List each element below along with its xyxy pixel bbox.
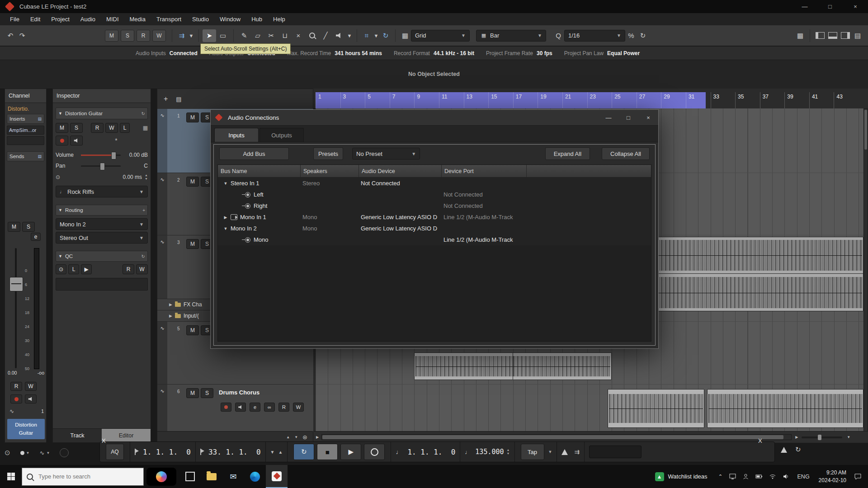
track6-freeze-button[interactable]: ∞ bbox=[264, 403, 275, 412]
right-zone-toggle[interactable] bbox=[841, 32, 850, 39]
auto-scroll-settings-dropdown[interactable]: ▼ bbox=[188, 29, 195, 42]
tap-tempo-button[interactable]: Tap bbox=[521, 444, 544, 460]
zoom-slider-handle[interactable] bbox=[818, 435, 821, 440]
object-selection-tool[interactable]: ➤ bbox=[203, 29, 216, 42]
track2-mute-button[interactable]: M bbox=[186, 177, 199, 187]
midi-activity-icon[interactable] bbox=[60, 448, 69, 457]
routing-section-header[interactable]: ▼ Routing + bbox=[56, 205, 148, 216]
scroll-up-icon[interactable]: ▲ bbox=[286, 435, 290, 439]
tab-track[interactable]: Track bbox=[53, 429, 102, 442]
inspector-listen-button[interactable]: L bbox=[120, 123, 130, 133]
folder-expand-icon[interactable]: ▶ bbox=[169, 314, 172, 318]
sends-section[interactable]: Sends ▤ bbox=[7, 151, 44, 161]
channel-fader-handle[interactable] bbox=[9, 277, 23, 291]
horizontal-scrollbar-thumb[interactable] bbox=[322, 435, 783, 439]
close-button[interactable]: × bbox=[843, 0, 868, 13]
preset-dropdown[interactable]: No Preset ▼ bbox=[352, 148, 420, 160]
track-delay-value[interactable]: 0.00 ms bbox=[123, 174, 142, 180]
cubase-taskbar-button[interactable] bbox=[266, 465, 288, 488]
metronome-icon[interactable] bbox=[561, 449, 568, 455]
tempo-mode-dropdown[interactable]: ▼ bbox=[548, 450, 552, 454]
snap-type-icon[interactable]: ↻ bbox=[380, 29, 392, 42]
iterative-quantize-icon[interactable]: % bbox=[625, 29, 637, 42]
audio-event-track3[interactable] bbox=[656, 237, 863, 311]
read-all-button[interactable]: R bbox=[137, 30, 150, 42]
draw-tool[interactable]: ✎ bbox=[237, 29, 251, 42]
inspector-solo-button[interactable]: S bbox=[70, 123, 83, 133]
qc-write-button[interactable]: W bbox=[136, 264, 148, 274]
track3-mute-button[interactable]: M bbox=[186, 239, 199, 249]
solo-all-button[interactable]: S bbox=[121, 30, 134, 42]
qc-learn-button[interactable]: ⊙ bbox=[56, 264, 66, 274]
expand-icon[interactable]: ▶ bbox=[221, 215, 231, 220]
minimize-button[interactable]: — bbox=[792, 0, 817, 13]
channel-record-enable-button[interactable] bbox=[10, 394, 22, 404]
menu-item[interactable]: Edit bbox=[25, 13, 46, 25]
punch-in-icon[interactable]: ▼ bbox=[270, 450, 275, 455]
track6-write-button[interactable]: W bbox=[293, 403, 304, 412]
tab-outputs[interactable]: Outputs bbox=[259, 128, 304, 142]
tab-inputs[interactable]: Inputs bbox=[214, 128, 259, 142]
audio-event-track6a[interactable] bbox=[608, 389, 704, 428]
table-row[interactable]: Left Not Connected bbox=[218, 189, 651, 200]
scroll-right-icon[interactable]: ▶ bbox=[795, 435, 798, 439]
bus-port[interactable]: Line 1/2 (M-Audio M-Track bbox=[442, 214, 651, 221]
track-settings-gear-icon[interactable]: ⊛ bbox=[302, 434, 307, 441]
metronome-toggle-icon[interactable] bbox=[781, 447, 787, 453]
zoom-tool[interactable] bbox=[305, 29, 319, 42]
qc-read-button[interactable]: R bbox=[123, 264, 134, 274]
output-routing-dropdown[interactable]: Stereo Out ▼ bbox=[56, 232, 148, 244]
collapse-all-button[interactable]: Collapse All bbox=[602, 147, 650, 160]
bus-device[interactable]: Not Connected bbox=[359, 180, 442, 187]
range-selection-tool[interactable]: ▭ bbox=[216, 29, 230, 42]
tempo-value[interactable]: 135.000 bbox=[475, 448, 504, 456]
vertical-scrollbar-thumb[interactable] bbox=[864, 110, 867, 150]
grid-type-icon[interactable]: ▦ bbox=[399, 29, 411, 42]
menu-item[interactable]: Project bbox=[46, 13, 75, 25]
freeze-icon[interactable]: ▦ bbox=[143, 125, 148, 131]
table-row[interactable]: Right Not Connected bbox=[218, 200, 651, 211]
qc-slot-list[interactable] bbox=[56, 278, 148, 291]
volume-slider[interactable] bbox=[81, 155, 121, 156]
zoom-slider[interactable] bbox=[802, 436, 842, 438]
show-hidden-icons-chevron[interactable]: ⌃ bbox=[718, 474, 722, 480]
bar-dropdown[interactable]: ▦Bar ▼ bbox=[476, 30, 546, 42]
track5-mute-button[interactable]: M bbox=[186, 325, 199, 335]
track-row-6[interactable]: ∿ 6 M S Drums Chorus e ∞ R W bbox=[157, 385, 314, 432]
quantize-dropdown[interactable]: 1/16 ▼ bbox=[564, 30, 625, 42]
table-row[interactable]: ▶ Mono In 1 Mono Generic Low Latency ASI… bbox=[218, 211, 651, 223]
expand-all-button[interactable]: Expand All bbox=[545, 147, 590, 160]
menu-item[interactable]: MIDI bbox=[101, 13, 124, 25]
track6-mute-button[interactable]: M bbox=[186, 388, 199, 398]
track-preset-dropdown[interactable]: ♩Rock Riffs ▼ bbox=[56, 186, 148, 197]
inspector-track-header[interactable]: ▼ Distortion Guitar ↻ bbox=[56, 108, 148, 119]
qc-rewind-button[interactable]: ▶ bbox=[81, 264, 92, 274]
track6-record-enable-button[interactable] bbox=[221, 403, 231, 412]
inspector-tab[interactable]: Inspector bbox=[53, 89, 151, 103]
track6-read-button[interactable]: R bbox=[278, 403, 289, 412]
snap-on-off-button[interactable]: ⌗ bbox=[361, 29, 373, 42]
pan-value[interactable]: C bbox=[124, 163, 148, 169]
left-zone-toggle[interactable] bbox=[816, 32, 825, 39]
audio-activity-icon[interactable]: ∿ bbox=[40, 450, 45, 456]
line-tool[interactable]: ╱ bbox=[319, 29, 332, 42]
inspector-read-button[interactable]: R bbox=[91, 123, 104, 133]
watchlist-widget[interactable]: ▲ Watchlist ideas bbox=[655, 472, 708, 481]
tray-battery-icon[interactable] bbox=[755, 473, 763, 480]
grid-dropdown[interactable]: Grid ▼ bbox=[411, 30, 470, 42]
dialog-close-button[interactable]: × bbox=[638, 110, 658, 125]
bus-port[interactable]: Not Connected bbox=[442, 202, 651, 209]
performance-meter-icon[interactable]: ⊙ bbox=[5, 449, 10, 457]
studio-grid-icon[interactable]: ▦ bbox=[794, 29, 806, 42]
channel-mute-button[interactable]: M bbox=[8, 222, 20, 232]
tray-volume-icon[interactable] bbox=[783, 473, 790, 480]
tool-dropdown[interactable]: ▼ bbox=[346, 29, 353, 42]
file-explorer-button[interactable] bbox=[201, 465, 222, 488]
menu-item[interactable]: Audio bbox=[75, 13, 101, 25]
scroll-left-icon[interactable]: ▶ bbox=[316, 435, 319, 439]
dialog-maximize-button[interactable]: □ bbox=[618, 110, 638, 125]
table-row[interactable]: ▼ Stereo In 1 Stereo Not Connected bbox=[218, 178, 651, 189]
scrub-tool[interactable] bbox=[332, 29, 346, 42]
col-audio-device[interactable]: Audio Device bbox=[359, 165, 442, 177]
edit-channel-icon[interactable]: ↻ bbox=[142, 111, 145, 116]
